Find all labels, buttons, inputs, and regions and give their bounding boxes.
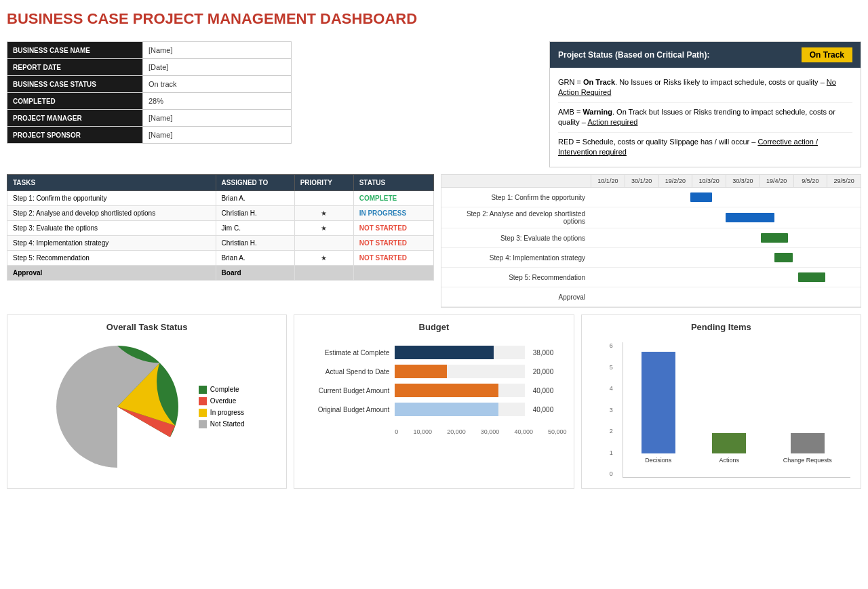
budget-axis-label: 10,000 xyxy=(413,428,432,435)
legend-item: Overdue xyxy=(199,397,245,405)
info-label: REPORT DATE xyxy=(7,59,143,76)
gantt-bar xyxy=(761,233,788,243)
pending-bar xyxy=(791,433,825,453)
task-name: Step 3: Evaluate the options xyxy=(7,221,216,236)
gantt-row: Step 1: Confirm the opportunity xyxy=(441,188,861,207)
pending-bar-group: Actions xyxy=(712,433,746,464)
gantt-bars xyxy=(591,188,861,207)
task-priority: ★ xyxy=(294,251,353,266)
gantt-bar xyxy=(798,272,825,282)
legend-item: Not Started xyxy=(199,420,245,428)
gantt-date-label: 9/5/20 xyxy=(793,175,827,187)
y-axis-label: 3 xyxy=(610,407,613,413)
gantt-row-label: Step 2: Analyse and develop shortlisted … xyxy=(441,207,591,228)
budget-bar-wrap xyxy=(395,346,524,359)
y-axis-label: 4 xyxy=(610,385,613,392)
gantt-date-label: 19/4/20 xyxy=(760,175,793,187)
info-table: BUSINESS CASE NAME[Name]REPORT DATE[Date… xyxy=(7,41,292,167)
task-name: Step 2: Analyse and develop shortlisted … xyxy=(7,206,216,221)
pending-chart-title: Pending Items xyxy=(589,322,854,332)
gantt-bars xyxy=(591,228,861,247)
status-row: RED = Schedule, costs or quality Slippag… xyxy=(558,133,852,162)
budget-axis-label: 20,000 xyxy=(447,428,466,435)
gantt-date-label: 10/1/20 xyxy=(591,175,625,187)
y-axis-label: 5 xyxy=(610,364,613,371)
gantt-row-label: Step 3: Evaluate the options xyxy=(441,232,591,245)
gantt-row-label: Approval xyxy=(441,291,591,304)
budget-value: 40,000 xyxy=(533,406,567,413)
pie-chart-container: Overall Task Status CompleteOverdueIn pr… xyxy=(7,314,287,489)
info-value: [Name] xyxy=(143,127,292,144)
info-label: BUSINESS CASE STATUS xyxy=(7,76,143,93)
status-bold: On Track xyxy=(583,78,615,86)
pie-chart-svg xyxy=(50,339,185,474)
legend-label: Overdue xyxy=(210,397,236,405)
status-row: AMB = Warning. On Track but Issues or Ri… xyxy=(558,103,852,133)
gantt-bars xyxy=(591,268,861,287)
status-text: RED = Schedule, costs or quality Slippag… xyxy=(558,138,755,146)
budget-axis-label: 30,000 xyxy=(481,428,500,435)
task-assigned: Christian H. xyxy=(216,236,294,251)
budget-bar xyxy=(395,403,498,416)
gantt-bars xyxy=(591,287,861,306)
gantt-bar xyxy=(726,213,774,222)
gantt-bars xyxy=(591,248,861,267)
task-priority xyxy=(294,236,353,251)
budget-bar xyxy=(395,346,493,359)
task-status: NOT STARTED xyxy=(353,221,433,236)
info-value: 28% xyxy=(143,93,292,110)
task-name: Step 5: Recommendation xyxy=(7,251,216,266)
budget-bar-wrap xyxy=(395,365,524,378)
legend-label: Complete xyxy=(210,386,239,393)
budget-bar xyxy=(395,384,498,397)
task-name: Approval xyxy=(7,266,216,281)
status-prefix: AMB = xyxy=(558,108,583,116)
task-assigned: Board xyxy=(216,266,294,281)
gantt-bar xyxy=(690,192,712,202)
info-label: PROJECT MANAGER xyxy=(7,110,143,127)
budget-axis-label: 0 xyxy=(395,428,398,435)
pending-bar-label: Decisions xyxy=(645,457,671,464)
gantt-date-label: 29/5/20 xyxy=(827,175,861,187)
task-assigned: Christian H. xyxy=(216,206,294,221)
budget-row: Estimate at Complete 38,000 xyxy=(301,346,566,359)
task-status: IN PROGRESS xyxy=(353,206,433,221)
task-priority xyxy=(294,191,353,206)
budget-value: 40,000 xyxy=(533,387,567,394)
gantt-row: Step 5: Recommendation xyxy=(441,268,861,287)
task-column-header: PRIORITY xyxy=(294,175,353,191)
budget-row: Original Budget Amount 40,000 xyxy=(301,403,566,416)
status-row: GRN = On Track. No Issues or Risks likel… xyxy=(558,73,852,103)
budget-row: Current Budget Amount 40,000 xyxy=(301,384,566,397)
info-value: [Name] xyxy=(143,110,292,127)
budget-bar xyxy=(395,365,447,378)
gantt-date-label: 30/3/20 xyxy=(726,175,760,187)
budget-label: Actual Spend to Date xyxy=(301,368,389,375)
pending-bar-group: Change Requests xyxy=(783,433,832,464)
gantt-bar xyxy=(774,253,793,262)
y-axis-label: 2 xyxy=(610,428,613,434)
task-priority xyxy=(294,266,353,281)
gantt-bars xyxy=(591,208,861,227)
project-status-box: Project Status (Based on Critical Path):… xyxy=(549,41,861,167)
info-value: [Name] xyxy=(143,42,292,59)
gantt-row: Step 2: Analyse and develop shortlisted … xyxy=(441,207,861,228)
task-name: Step 1: Confirm the opportunity xyxy=(7,191,216,206)
tasks-table: TASKSASSIGNED TOPRIORITYSTATUS Step 1: C… xyxy=(7,174,434,308)
task-priority: ★ xyxy=(294,221,353,236)
budget-axis-label: 40,000 xyxy=(514,428,533,435)
gantt-row: Approval xyxy=(441,287,861,307)
info-label: COMPLETED xyxy=(7,93,143,110)
task-status xyxy=(353,266,433,281)
budget-value: 20,000 xyxy=(533,368,567,375)
task-assigned: Brian A. xyxy=(216,251,294,266)
legend-label: Not Started xyxy=(210,420,245,428)
task-assigned: Brian A. xyxy=(216,191,294,206)
gantt-row-label: Step 1: Confirm the opportunity xyxy=(441,191,591,204)
status-underline: Action required xyxy=(587,118,637,126)
budget-label: Current Budget Amount xyxy=(301,387,389,394)
pie-chart-title: Overall Task Status xyxy=(14,322,279,332)
legend-color xyxy=(199,420,207,428)
status-header-label: Project Status (Based on Critical Path): xyxy=(558,50,709,60)
gantt-row-label: Step 4: Implementation strategy xyxy=(441,251,591,264)
